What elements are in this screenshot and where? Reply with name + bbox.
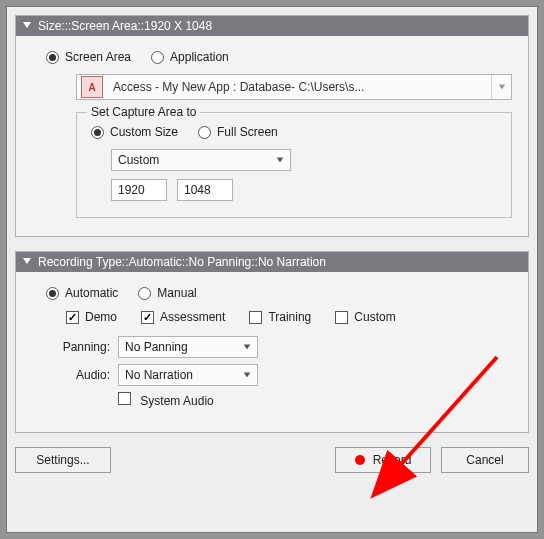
radio-icon bbox=[151, 51, 164, 64]
custom-label: Custom bbox=[354, 310, 395, 324]
manual-label: Manual bbox=[157, 286, 196, 300]
dialog-footer: Settings... Record Cancel bbox=[15, 447, 529, 473]
checkbox-icon bbox=[335, 311, 348, 324]
capture-area-legend: Set Capture Area to bbox=[87, 105, 200, 119]
panning-select[interactable]: No Panning bbox=[118, 336, 258, 358]
application-select[interactable]: A Access - My New App : Database- C:\Use… bbox=[76, 74, 512, 100]
record-label: Record bbox=[373, 453, 412, 467]
recording-panel: Recording Type::Automatic::No Panning::N… bbox=[15, 251, 529, 433]
screen-area-label: Screen Area bbox=[65, 50, 131, 64]
assessment-label: Assessment bbox=[160, 310, 225, 324]
application-selected-text: Access - My New App : Database- C:\Users… bbox=[107, 80, 491, 94]
checkbox-icon bbox=[249, 311, 262, 324]
height-input[interactable]: 1048 bbox=[177, 179, 233, 201]
application-radio[interactable]: Application bbox=[151, 50, 229, 64]
size-preset-value: Custom bbox=[118, 153, 159, 167]
capture-area-fieldset: Set Capture Area to Custom Size Full Scr… bbox=[76, 112, 512, 218]
recording-panel-body: Automatic Manual Demo Assessment bbox=[16, 272, 528, 432]
checkbox-icon bbox=[118, 392, 131, 405]
record-icon bbox=[355, 455, 365, 465]
cancel-button[interactable]: Cancel bbox=[441, 447, 529, 473]
training-checkbox[interactable]: Training bbox=[249, 310, 311, 324]
size-preset-select[interactable]: Custom bbox=[111, 149, 291, 171]
settings-label: Settings... bbox=[36, 453, 89, 467]
record-button[interactable]: Record bbox=[335, 447, 431, 473]
checkbox-icon bbox=[141, 311, 154, 324]
panning-value: No Panning bbox=[125, 340, 188, 354]
recording-mode-group: Automatic Manual bbox=[46, 286, 512, 300]
chevron-down-icon bbox=[276, 153, 284, 167]
system-audio-row: System Audio bbox=[46, 392, 512, 408]
checkbox-icon bbox=[66, 311, 79, 324]
custom-size-radio[interactable]: Custom Size bbox=[91, 125, 178, 139]
panning-label: Panning: bbox=[46, 340, 110, 354]
custom-size-label: Custom Size bbox=[110, 125, 178, 139]
full-screen-label: Full Screen bbox=[217, 125, 278, 139]
size-panel: Size:::Screen Area::1920 X 1048 Screen A… bbox=[15, 15, 529, 237]
radio-icon bbox=[46, 51, 59, 64]
width-value: 1920 bbox=[118, 183, 145, 197]
collapse-icon bbox=[22, 255, 32, 269]
capture-size-group: Custom Size Full Screen bbox=[91, 125, 497, 139]
audio-label: Audio: bbox=[46, 368, 110, 382]
radio-icon bbox=[46, 287, 59, 300]
recording-flags: Demo Assessment Training Custom bbox=[66, 310, 512, 324]
custom-checkbox[interactable]: Custom bbox=[335, 310, 395, 324]
height-value: 1048 bbox=[184, 183, 211, 197]
size-panel-body: Screen Area Application A Access - My Ne… bbox=[16, 36, 528, 236]
size-panel-header[interactable]: Size:::Screen Area::1920 X 1048 bbox=[16, 16, 528, 36]
automatic-radio[interactable]: Automatic bbox=[46, 286, 118, 300]
svg-marker-0 bbox=[23, 22, 31, 28]
application-label: Application bbox=[170, 50, 229, 64]
capture-dialog: Size:::Screen Area::1920 X 1048 Screen A… bbox=[6, 6, 538, 533]
width-input[interactable]: 1920 bbox=[111, 179, 167, 201]
svg-marker-1 bbox=[498, 85, 504, 90]
cancel-label: Cancel bbox=[466, 453, 503, 467]
system-audio-label: System Audio bbox=[140, 394, 213, 408]
recording-panel-header[interactable]: Recording Type::Automatic::No Panning::N… bbox=[16, 252, 528, 272]
audio-value: No Narration bbox=[125, 368, 193, 382]
recording-panel-title: Recording Type::Automatic::No Panning::N… bbox=[38, 255, 326, 269]
audio-select[interactable]: No Narration bbox=[118, 364, 258, 386]
system-audio-checkbox[interactable]: System Audio bbox=[118, 392, 214, 408]
audio-row: Audio: No Narration bbox=[46, 364, 512, 386]
demo-checkbox[interactable]: Demo bbox=[66, 310, 117, 324]
size-panel-title: Size:::Screen Area::1920 X 1048 bbox=[38, 19, 212, 33]
panning-row: Panning: No Panning bbox=[46, 336, 512, 358]
automatic-label: Automatic bbox=[65, 286, 118, 300]
chevron-down-icon bbox=[243, 340, 251, 354]
assessment-checkbox[interactable]: Assessment bbox=[141, 310, 225, 324]
training-label: Training bbox=[268, 310, 311, 324]
collapse-icon bbox=[22, 19, 32, 33]
radio-icon bbox=[138, 287, 151, 300]
access-icon: A bbox=[81, 76, 103, 98]
svg-marker-5 bbox=[244, 373, 250, 378]
radio-icon bbox=[198, 126, 211, 139]
full-screen-radio[interactable]: Full Screen bbox=[198, 125, 278, 139]
svg-marker-4 bbox=[244, 345, 250, 350]
settings-button[interactable]: Settings... bbox=[15, 447, 111, 473]
chevron-down-icon bbox=[243, 368, 251, 382]
manual-radio[interactable]: Manual bbox=[138, 286, 196, 300]
screen-area-radio[interactable]: Screen Area bbox=[46, 50, 131, 64]
svg-marker-3 bbox=[23, 258, 31, 264]
svg-marker-2 bbox=[277, 158, 283, 163]
size-mode-group: Screen Area Application bbox=[46, 50, 512, 64]
demo-label: Demo bbox=[85, 310, 117, 324]
radio-icon bbox=[91, 126, 104, 139]
dropdown-icon[interactable] bbox=[491, 75, 511, 99]
